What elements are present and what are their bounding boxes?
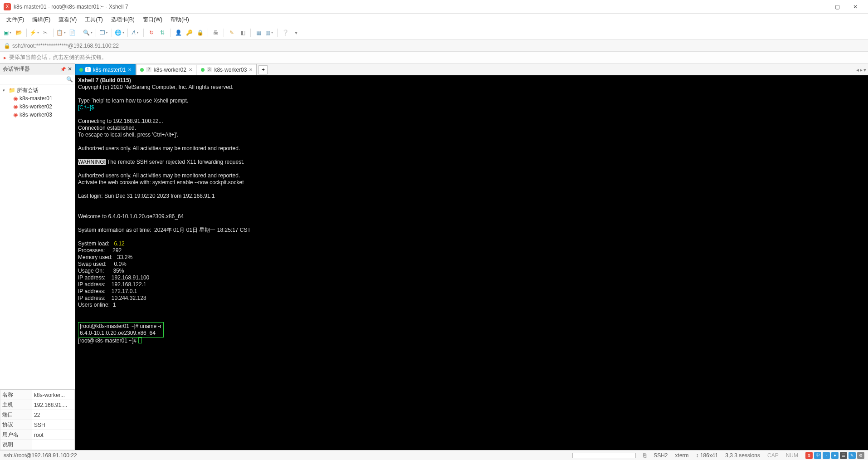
font-button[interactable]: A▼ <box>131 28 141 38</box>
menu-tab[interactable]: 选项卡(B) <box>107 15 138 25</box>
refresh-button[interactable]: ↻ <box>146 28 156 38</box>
menu-edit[interactable]: 编辑(E) <box>29 15 54 25</box>
prop-row: 端口22 <box>0 410 75 420</box>
tray-icons: S 中 · ● ☰ ✎ ⚙ <box>805 452 864 459</box>
term-line: Xshell 7 (Build 0115) <box>78 77 131 83</box>
tab-close-icon[interactable]: ✕ <box>249 67 253 72</box>
paste-button[interactable]: 📄 <box>67 28 77 38</box>
separator-icon <box>143 29 144 37</box>
sys-key: Processes: <box>78 247 112 254</box>
tab-worker02[interactable]: 2 k8s-worker02 ✕ <box>136 64 196 75</box>
tab-prev-icon[interactable]: ◂ <box>856 67 859 73</box>
user-button[interactable]: 👤 <box>173 28 183 38</box>
close-button[interactable]: ✕ <box>846 0 864 14</box>
status-ssh: SSH2 <box>653 452 668 459</box>
terminal[interactable]: Xshell 7 (Build 0115) Copyright (c) 2020… <box>75 75 868 450</box>
layout-h-button[interactable]: ▦ <box>254 28 263 38</box>
separator-icon <box>208 29 208 37</box>
tree-session[interactable]: ◉ k8s-worker03 <box>1 111 74 119</box>
highlight-button[interactable]: ✎ <box>227 28 237 38</box>
pin-icon[interactable]: 📌 <box>60 67 66 72</box>
tray-icon[interactable]: · <box>823 452 830 459</box>
globe-button[interactable]: 🌐▼ <box>115 28 125 38</box>
status-ssh-icon: ⎘ <box>643 452 646 459</box>
tab-list-icon[interactable]: ▾ <box>863 67 866 73</box>
session-tree[interactable]: ▾ 📁 所有会话 ◉ k8s-master01 ◉ k8s-worker02 ◉… <box>0 84 75 389</box>
status-sessions: 3,3 3 sessions <box>725 452 760 459</box>
menu-view[interactable]: 查看(V) <box>55 15 80 25</box>
tray-icon[interactable]: ● <box>831 452 839 459</box>
collapse-icon[interactable]: ▾ <box>3 88 7 93</box>
prop-val <box>32 440 75 450</box>
print-button[interactable]: 🖶 <box>211 28 221 38</box>
tray-icon[interactable]: S <box>805 452 813 459</box>
minimize-button[interactable]: — <box>810 0 828 14</box>
flag-icon: ▸ <box>4 54 6 61</box>
new-session-button[interactable]: ▣▼ <box>3 28 13 38</box>
open-button[interactable]: 📂 <box>14 28 24 38</box>
tray-icon[interactable]: ⚙ <box>857 452 864 459</box>
menu-help[interactable]: 帮助(H) <box>167 15 193 25</box>
status-cap: CAP <box>767 452 779 459</box>
sys-key: System load: <box>78 240 114 247</box>
separator-icon <box>80 29 80 37</box>
session-search[interactable]: 🔍 <box>0 74 75 84</box>
menu-window[interactable]: 窗口(W) <box>139 15 166 25</box>
layout-v-button[interactable]: ▥▼ <box>264 28 274 38</box>
tab-index: 1 <box>85 67 91 72</box>
maximize-button[interactable]: ▢ <box>828 0 846 14</box>
tab-next-icon[interactable]: ▸ <box>860 67 863 73</box>
sys-key: Memory used: <box>78 254 117 260</box>
search-icon: 🔍 <box>66 76 73 83</box>
tab-index: 3 <box>207 67 212 72</box>
about-button[interactable]: ▾ <box>291 28 301 38</box>
tab-worker03[interactable]: 3 k8s-worker03 ✕ <box>197 64 257 75</box>
term-line: Activate the web console with: systemctl… <box>78 179 244 186</box>
status-num: NUM <box>786 452 798 459</box>
help-button[interactable]: ❔ <box>280 28 290 38</box>
panel-close-icon[interactable]: ✕ <box>68 66 72 72</box>
key-button[interactable]: 🔑 <box>184 28 194 38</box>
separator-icon <box>26 29 27 37</box>
properties-button[interactable]: 🗔▼ <box>99 28 109 38</box>
separator-icon <box>224 29 224 37</box>
separator-icon <box>53 29 54 37</box>
lock-button[interactable]: 🔒 <box>195 28 205 38</box>
new-tab-button[interactable]: + <box>258 65 268 74</box>
progress-bar <box>572 453 636 458</box>
separator-icon <box>127 29 128 37</box>
term-line: Type `help' to learn how to use Xshell p… <box>78 98 188 104</box>
prop-val: 192.168.91.... <box>32 400 75 410</box>
status-connection: ssh://root@192.168.91.100:22 <box>4 452 77 459</box>
sys-key: Usage On: <box>78 268 113 274</box>
sys-val: 192.168.91.100 <box>112 274 149 281</box>
tray-icon[interactable]: 中 <box>814 452 821 459</box>
status-dot-icon <box>140 68 144 72</box>
tray-icon[interactable]: ✎ <box>848 452 856 459</box>
menu-tools[interactable]: 工具(T) <box>81 15 106 25</box>
search-button[interactable]: 🔍▼ <box>83 28 93 38</box>
tab-close-icon[interactable]: ✕ <box>128 67 132 72</box>
tab-close-icon[interactable]: ✕ <box>189 67 192 72</box>
prop-row: 用户名root <box>0 430 75 440</box>
tree-session[interactable]: ◉ k8s-master01 <box>1 94 74 103</box>
menu-file[interactable]: 文件(F) <box>3 15 28 25</box>
tree-root[interactable]: ▾ 📁 所有会话 <box>1 86 74 94</box>
copy-button[interactable]: 📋▼ <box>56 28 66 38</box>
tab-strip: 1 k8s-master01 ✕ 2 k8s-worker02 ✕ 3 k8s-… <box>75 64 868 75</box>
eraser-button[interactable]: ◧ <box>238 28 248 38</box>
title-bar: X k8s-master01 - root@k8s-master01:~ - X… <box>0 0 868 14</box>
transfer-button[interactable]: ⇅ <box>157 28 167 38</box>
sys-val: 10.244.32.128 <box>112 295 146 301</box>
tray-icon[interactable]: ☰ <box>840 452 847 459</box>
term-line: Welcome to 6.4.0-10.1.0.20.oe2309.x86_64 <box>78 213 184 220</box>
tab-master01[interactable]: 1 k8s-master01 ✕ <box>75 64 136 75</box>
address-bar[interactable]: 🔒 ssh://root:***************@192.168.91.… <box>0 40 868 52</box>
tree-session[interactable]: ◉ k8s-worker02 <box>1 103 74 111</box>
sys-val: 35% <box>113 268 124 274</box>
disconnect-button[interactable]: ✂ <box>40 28 50 38</box>
status-bar: ssh://root@192.168.91.100:22 ⎘ SSH2 xter… <box>0 450 868 460</box>
term-line: Authorized users only. All activities ma… <box>78 145 240 152</box>
connect-button[interactable]: ⚡▼ <box>29 28 39 38</box>
separator-icon <box>96 29 96 37</box>
